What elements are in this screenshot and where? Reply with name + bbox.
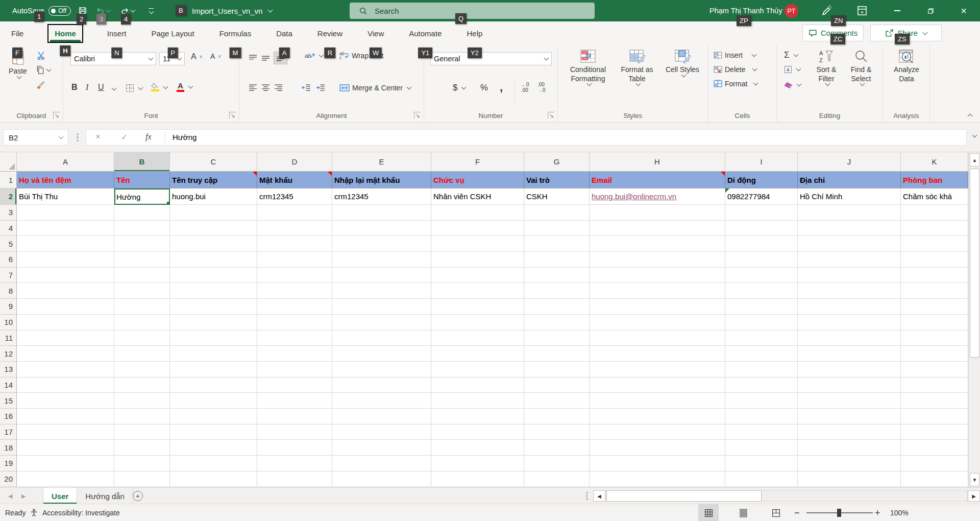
cell-C16[interactable]: [170, 409, 257, 424]
cell-D8[interactable]: [257, 283, 332, 299]
cell-H10[interactable]: [590, 315, 725, 330]
cell-G8[interactable]: [524, 283, 590, 299]
row-header-19[interactable]: 19: [0, 456, 17, 471]
cell-B15[interactable]: [114, 393, 170, 409]
row-header-12[interactable]: 12: [0, 346, 17, 362]
cell-A9[interactable]: [17, 299, 114, 315]
page-layout-view-button[interactable]: [733, 504, 753, 521]
copy-button[interactable]: [36, 65, 51, 75]
cell-C7[interactable]: [170, 268, 257, 283]
cell-J8[interactable]: [798, 283, 901, 299]
cell-G5[interactable]: [524, 236, 590, 252]
cell-A5[interactable]: [17, 236, 114, 252]
zoom-in-button[interactable]: +: [875, 504, 880, 521]
accounting-format-button[interactable]: $: [453, 83, 465, 93]
increase-indent-button[interactable]: [316, 84, 325, 91]
increase-decimal-button[interactable]: .00→0: [537, 82, 546, 93]
cell-A8[interactable]: [17, 283, 114, 299]
cell-E17[interactable]: [332, 424, 431, 440]
cell-C20[interactable]: [170, 471, 257, 487]
tab-insert[interactable]: InsertN: [106, 27, 128, 40]
decrease-decimal-button[interactable]: ←0.00: [521, 82, 529, 93]
new-sheet-button[interactable]: +: [133, 491, 143, 501]
column-header-J[interactable]: J: [798, 152, 901, 171]
cell-J10[interactable]: [798, 315, 901, 330]
avatar[interactable]: PT: [785, 4, 798, 18]
cell-F18[interactable]: [431, 440, 524, 456]
row-header-9[interactable]: 9: [0, 299, 17, 315]
cell-E11[interactable]: [332, 330, 431, 346]
analyze-data-button[interactable]: Analyze Data: [889, 49, 924, 83]
cell-G17[interactable]: [524, 424, 590, 440]
scroll-left-button[interactable]: ◀: [593, 490, 605, 502]
chevron-down-icon[interactable]: [319, 53, 324, 58]
cell-E6[interactable]: [332, 252, 431, 268]
normal-view-button[interactable]: [698, 504, 719, 521]
cell-I13[interactable]: [725, 362, 798, 377]
fill-button[interactable]: [784, 65, 800, 74]
cell-K16[interactable]: [901, 409, 968, 424]
cell-A13[interactable]: [17, 362, 114, 377]
underline-dropdown-icon[interactable]: [112, 86, 117, 91]
cell-D9[interactable]: [257, 299, 332, 315]
cell-J15[interactable]: [798, 393, 901, 409]
format-as-table-button[interactable]: Format as Table: [615, 49, 659, 85]
conditional-formatting-button[interactable]: Conditional Formatting: [563, 49, 613, 85]
cell-A15[interactable]: [17, 393, 114, 409]
cell-I6[interactable]: [725, 252, 798, 268]
cell-C12[interactable]: [170, 346, 257, 362]
customize-qat-button[interactable]: [144, 0, 158, 21]
cell-F10[interactable]: [431, 315, 524, 330]
cell-H19[interactable]: [590, 456, 725, 471]
row-header-18[interactable]: 18: [0, 440, 17, 456]
cell-J13[interactable]: [798, 362, 901, 377]
cell-H17[interactable]: [590, 424, 725, 440]
cell-C8[interactable]: [170, 283, 257, 299]
row-header-5[interactable]: 5: [0, 236, 17, 252]
tab-scroll-grip[interactable]: [586, 491, 588, 501]
column-header-F[interactable]: F: [431, 152, 524, 171]
cell-D15[interactable]: [257, 393, 332, 409]
tab-automate[interactable]: AutomateY1: [408, 27, 443, 40]
cell-B17[interactable]: [114, 424, 170, 440]
chevron-down-icon[interactable]: [138, 85, 143, 90]
cell-C6[interactable]: [170, 252, 257, 268]
font-color-button[interactable]: A: [177, 82, 192, 92]
cell-B1[interactable]: Tên: [114, 172, 170, 188]
cell-E4[interactable]: [332, 221, 431, 236]
cell-G6[interactable]: [524, 252, 590, 268]
cell-E8[interactable]: [332, 283, 431, 299]
cell-K4[interactable]: [901, 221, 968, 236]
cell-F4[interactable]: [431, 221, 524, 236]
cell-G7[interactable]: [524, 268, 590, 283]
minimize-button[interactable]: [886, 0, 909, 21]
cell-F2[interactable]: Nhân viên CSKH: [431, 188, 524, 205]
cell-F6[interactable]: [431, 252, 524, 268]
bold-button[interactable]: B: [71, 83, 78, 92]
cell-E15[interactable]: [332, 393, 431, 409]
column-header-D[interactable]: D: [257, 152, 332, 171]
cell-H20[interactable]: [590, 471, 725, 487]
number-format-select[interactable]: General: [430, 52, 552, 65]
chevron-down-icon[interactable]: [163, 84, 168, 89]
cell-K19[interactable]: [901, 456, 968, 471]
cell-H3[interactable]: [590, 205, 725, 221]
undo-dropdown-icon[interactable]: [106, 8, 111, 13]
sheet-tab-hướng-dẫn[interactable]: Hướng dẫn: [77, 488, 133, 504]
cell-H1[interactable]: Email: [590, 172, 725, 188]
cell-D10[interactable]: [257, 315, 332, 330]
chevron-down-icon[interactable]: [796, 66, 801, 72]
cell-G13[interactable]: [524, 362, 590, 377]
format-cells-button[interactable]: Format: [714, 80, 757, 88]
cell-K3[interactable]: [901, 205, 968, 221]
chevron-down-icon[interactable]: [923, 30, 928, 35]
cell-D17[interactable]: [257, 424, 332, 440]
cell-D7[interactable]: [257, 268, 332, 283]
cell-E1[interactable]: Nhập lại mật khẩu: [332, 172, 431, 188]
cell-B20[interactable]: [114, 471, 170, 487]
cell-E16[interactable]: [332, 409, 431, 424]
row-header-10[interactable]: 10: [0, 315, 17, 330]
cell-G3[interactable]: [524, 205, 590, 221]
cell-C18[interactable]: [170, 440, 257, 456]
column-header-E[interactable]: E: [332, 152, 431, 171]
